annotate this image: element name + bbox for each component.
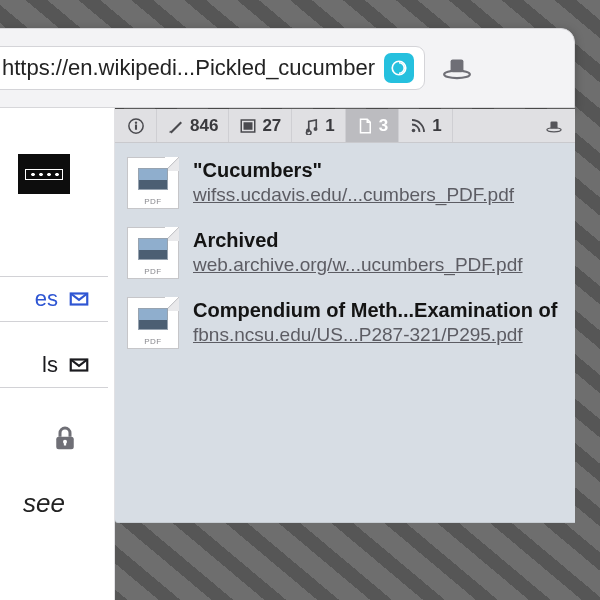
info-icon	[127, 117, 145, 135]
sidebar-italic-text: see	[0, 488, 108, 519]
document-meta: "Cucumbers" wifss.ucdavis.edu/...cumbers…	[193, 157, 563, 206]
address-bar[interactable]: https://en.wikipedi...Pickled_cucumber	[0, 46, 425, 90]
toolbar-magic-hat-button[interactable]	[533, 109, 575, 142]
svg-point-10	[412, 128, 416, 132]
account-lock-icon	[50, 423, 80, 453]
audio-count: 1	[325, 116, 334, 136]
rss-icon	[409, 117, 427, 135]
pdf-thumbnail: PDF	[127, 227, 179, 279]
sidebar-item-b[interactable]: ls	[0, 342, 108, 388]
pdf-badge: PDF	[144, 337, 162, 348]
documents-panel: PDF "Cucumbers" wifss.ucdavis.edu/...cum…	[115, 143, 575, 523]
document-icon	[356, 117, 374, 135]
images-count: 27	[262, 116, 281, 136]
document-item[interactable]: PDF Compendium of Meth...Examination of …	[115, 287, 575, 357]
links-tab[interactable]: 846	[157, 109, 229, 142]
sidebar-item-label: es	[35, 286, 58, 312]
svg-rect-5	[134, 124, 136, 129]
link-pen-icon	[167, 117, 185, 135]
magic-hat-button[interactable]	[435, 49, 479, 87]
login-indicator[interactable]	[0, 408, 108, 468]
reader-mode-badge[interactable]	[384, 53, 414, 83]
pdf-badge: PDF	[144, 197, 162, 208]
address-bar-wrap: https://en.wikipedi...Pickled_cucumber	[0, 46, 479, 90]
envelope-chevron-icon	[68, 354, 90, 376]
document-title: "Cucumbers"	[193, 159, 563, 182]
svg-rect-12	[550, 121, 557, 128]
magic-hat-icon	[442, 56, 472, 80]
pdf-thumbnail: PDF	[127, 297, 179, 349]
document-url[interactable]: wifss.ucdavis.edu/...cumbers_PDF.pdf	[193, 184, 563, 206]
images-tab[interactable]: 27	[229, 109, 292, 142]
document-title: Compendium of Meth...Examination of	[193, 299, 563, 322]
svg-point-8	[314, 127, 318, 131]
documents-tab[interactable]: 3	[346, 109, 399, 142]
info-button[interactable]	[115, 109, 157, 142]
svg-point-9	[306, 128, 310, 132]
address-url-text: https://en.wikipedi...Pickled_cucumber	[2, 46, 376, 90]
magic-hat-icon	[545, 117, 563, 135]
document-item[interactable]: PDF "Cucumbers" wifss.ucdavis.edu/...cum…	[115, 143, 575, 217]
image-icon	[239, 117, 257, 135]
svg-rect-2	[451, 59, 464, 72]
document-title: Archived	[193, 229, 563, 252]
feeds-count: 1	[432, 116, 441, 136]
document-meta: Compendium of Meth...Examination of fbns…	[193, 297, 563, 346]
reader-icon	[390, 59, 408, 77]
browser-window-top: https://en.wikipedi...Pickled_cucumber	[0, 28, 575, 108]
envelope-chevron-icon	[68, 288, 90, 310]
pdf-thumbnail: PDF	[127, 157, 179, 209]
svg-rect-17	[64, 442, 66, 446]
documents-count: 3	[379, 116, 388, 136]
resource-toolbar: 846 27 1 3 1	[115, 109, 575, 143]
feeds-tab[interactable]: 1	[399, 109, 452, 142]
audio-tab[interactable]: 1	[292, 109, 345, 142]
pdf-badge: PDF	[144, 267, 162, 278]
svg-point-4	[134, 121, 136, 123]
music-icon	[302, 117, 320, 135]
toolbar-spacer	[453, 109, 533, 142]
document-url[interactable]: web.archive.org/w...ucumbers_PDF.pdf	[193, 254, 563, 276]
sidebar-item-label: ls	[42, 352, 58, 378]
document-item[interactable]: PDF Archived web.archive.org/w...ucumber…	[115, 217, 575, 287]
qr-like-graphic	[18, 154, 70, 194]
document-url[interactable]: fbns.ncsu.edu/US...P287-321/P295.pdf	[193, 324, 563, 346]
page-sidebar-fragment: es ls see	[0, 108, 115, 600]
sidebar-item-a[interactable]: es	[0, 276, 108, 322]
document-meta: Archived web.archive.org/w...ucumbers_PD…	[193, 227, 563, 276]
svg-rect-7	[244, 122, 253, 130]
links-count: 846	[190, 116, 218, 136]
